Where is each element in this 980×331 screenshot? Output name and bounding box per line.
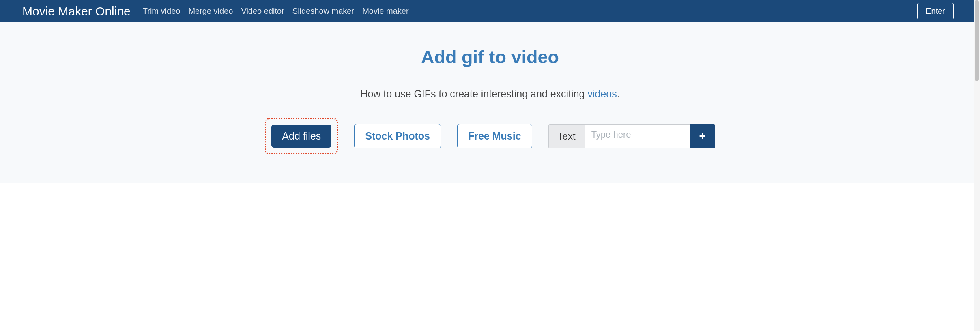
nav-link-merge-video[interactable]: Merge video <box>188 6 233 16</box>
nav-link-trim-video[interactable]: Trim video <box>143 6 181 16</box>
main-section: Add gif to video How to use GIFs to crea… <box>0 22 980 183</box>
add-files-highlight: Add files <box>265 118 338 154</box>
text-input[interactable] <box>585 124 690 148</box>
enter-button[interactable]: Enter <box>917 3 954 19</box>
text-label: Text <box>548 124 585 148</box>
brand-logo[interactable]: Movie Maker Online <box>22 4 131 18</box>
page-title: Add gif to video <box>0 47 980 68</box>
subtitle: How to use GIFs to create interesting an… <box>0 88 980 100</box>
nav-link-video-editor[interactable]: Video editor <box>241 6 284 16</box>
controls-row: Add files Stock Photos Free Music Text + <box>0 118 980 154</box>
text-input-group: Text + <box>548 124 715 148</box>
stock-photos-button[interactable]: Stock Photos <box>354 124 441 148</box>
free-music-button[interactable]: Free Music <box>457 124 532 148</box>
nav-links: Trim video Merge video Video editor Slid… <box>143 6 917 16</box>
add-files-button[interactable]: Add files <box>271 125 331 148</box>
nav-link-movie-maker[interactable]: Movie maker <box>362 6 408 16</box>
subtitle-link-videos[interactable]: videos <box>587 88 617 99</box>
subtitle-suffix: . <box>617 88 620 99</box>
subtitle-text: How to use GIFs to create interesting an… <box>360 88 587 99</box>
scrollbar-thumb[interactable] <box>975 0 979 81</box>
nav-link-slideshow-maker[interactable]: Slideshow maker <box>292 6 354 16</box>
add-text-button[interactable]: + <box>690 124 715 148</box>
scrollbar[interactable] <box>974 0 980 183</box>
navbar: Movie Maker Online Trim video Merge vide… <box>0 0 980 22</box>
